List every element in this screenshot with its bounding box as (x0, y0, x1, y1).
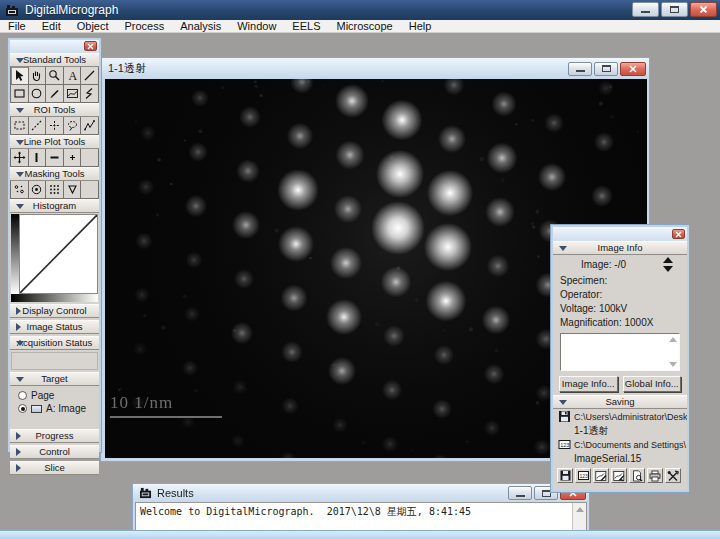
section-control[interactable]: Control (10, 445, 99, 459)
collapse-triangle-icon (16, 140, 24, 145)
pencil-icon (48, 87, 61, 100)
close-button[interactable] (690, 2, 717, 17)
ellipse-tool[interactable] (29, 85, 47, 103)
section-line-plot-tools[interactable]: Line Plot Tools (10, 135, 99, 149)
image-close-button[interactable] (620, 62, 646, 76)
global-info-button[interactable]: Global Info... (623, 376, 682, 392)
section-target[interactable]: Target (10, 372, 99, 386)
image-description-field[interactable] (560, 333, 680, 371)
setup-button[interactable] (665, 468, 681, 483)
menu-analysis[interactable]: Analysis (172, 20, 229, 33)
save-display-button[interactable] (593, 468, 609, 483)
app-icon (139, 487, 152, 499)
bandpass-mask-tool[interactable] (29, 181, 47, 199)
move-cross-icon (13, 151, 26, 164)
hand-tool[interactable] (29, 67, 47, 85)
image-info-button[interactable]: Image Info... (559, 376, 618, 392)
rectangle-tool[interactable] (11, 85, 29, 103)
save-path-row[interactable]: C:\Users\Administrator\Desk (553, 409, 687, 424)
target-option-image[interactable]: A: Image (18, 402, 99, 415)
wedge-icon (66, 183, 79, 196)
section-acquisition-status[interactable]: Acquisition Status (10, 336, 99, 350)
menu-object[interactable]: Object (69, 20, 117, 33)
section-display-control[interactable]: Display Control (10, 304, 99, 318)
roi-cross-tool[interactable] (46, 117, 64, 135)
zoom-tool[interactable] (46, 67, 64, 85)
empty-tool-slot (81, 149, 99, 167)
section-masking-tools[interactable]: Masking Tools (10, 167, 99, 181)
menu-help[interactable]: Help (401, 20, 440, 33)
pencil-tool[interactable] (46, 85, 64, 103)
wedge-mask-tool[interactable] (64, 181, 82, 199)
vertical-marker-tool[interactable] (29, 149, 47, 167)
section-histogram[interactable]: Histogram (10, 199, 99, 213)
results-titlebar[interactable]: Results (133, 484, 589, 502)
info-palette-close-button[interactable] (672, 229, 685, 239)
scroll-up-icon[interactable] (669, 337, 677, 342)
spline-tool[interactable] (64, 85, 82, 103)
tools-palette: Standard Tools A (8, 38, 101, 452)
menu-file[interactable]: File (0, 20, 34, 33)
cross-marker-icon (48, 119, 61, 132)
spot-mask-tool[interactable] (11, 181, 29, 199)
image-window-titlebar[interactable]: 1-1透射 (101, 58, 649, 79)
image-number-row: Image: -/0 (553, 255, 687, 274)
menu-eels[interactable]: EELS (284, 20, 328, 33)
pointer-tool[interactable] (11, 67, 29, 85)
section-standard-tools[interactable]: Standard Tools (10, 53, 99, 67)
print-button[interactable] (647, 468, 663, 483)
array-mask-tool[interactable] (46, 181, 64, 199)
menu-microscope[interactable]: Microscope (328, 20, 400, 33)
roi-rect-tool[interactable] (11, 117, 29, 135)
image-maximize-button[interactable] (594, 62, 618, 76)
text-tool[interactable]: A (64, 67, 82, 85)
vertical-bar-icon (30, 151, 43, 164)
scroll-down-icon[interactable] (669, 362, 677, 367)
scale-label: 10 1/nm (110, 393, 222, 413)
floppy-disk-icon (558, 410, 571, 423)
roi-polyline-tool[interactable] (81, 117, 99, 135)
plus-marker-tool[interactable] (64, 149, 82, 167)
print-preview-button[interactable] (629, 468, 645, 483)
line-plot-tools-grid (10, 149, 99, 167)
menu-process[interactable]: Process (117, 20, 173, 33)
minimize-button[interactable] (632, 2, 659, 17)
save-as-button[interactable] (611, 468, 627, 483)
minimize-icon (516, 495, 525, 497)
horizontal-marker-tool[interactable] (46, 149, 64, 167)
section-saving[interactable]: Saving (553, 395, 687, 409)
info-palette-titlebar[interactable] (553, 227, 687, 241)
svg-text:123: 123 (579, 473, 588, 479)
results-minimize-button[interactable] (508, 486, 532, 500)
histogram-plot[interactable] (19, 214, 98, 294)
save-file-2: ImageSerial.15 (553, 452, 687, 465)
image-minimize-button[interactable] (568, 62, 592, 76)
section-image-info[interactable]: Image Info (553, 241, 687, 255)
image-number-stepper[interactable] (663, 257, 673, 272)
section-image-status[interactable]: Image Status (10, 320, 99, 334)
tools-palette-titlebar[interactable] (10, 40, 99, 53)
spinner-down-icon (663, 266, 673, 272)
roi-lasso-tool[interactable] (64, 117, 82, 135)
maximize-button[interactable] (661, 2, 688, 17)
autosave-path-row[interactable]: 123 C:\Documents and Settings\ (553, 437, 687, 452)
section-slice[interactable]: Slice (10, 461, 99, 475)
target-option-page[interactable]: Page (18, 389, 99, 402)
collapse-triangle-icon (16, 307, 21, 315)
hammer-wrench-icon (667, 470, 679, 482)
roi-line-tool[interactable] (29, 117, 47, 135)
move-tool[interactable] (11, 149, 29, 167)
image-info-buttons: Image Info... Global Info... (553, 375, 687, 395)
save-numbered-button[interactable]: 123 (575, 468, 591, 483)
save-button[interactable] (557, 468, 573, 483)
menu-edit[interactable]: Edit (34, 20, 69, 33)
section-progress[interactable]: Progress (10, 429, 99, 443)
line-tool[interactable] (81, 67, 99, 85)
section-roi-tools[interactable]: ROI Tools (10, 103, 99, 117)
freehand-tool[interactable] (81, 85, 99, 103)
dashed-line-icon (30, 119, 43, 132)
menu-window[interactable]: Window (229, 20, 284, 33)
results-text: Welcome to DigitalMicrograph. 2017\12\8 … (136, 503, 586, 521)
image-thumb-icon (31, 405, 42, 413)
tools-palette-close-button[interactable] (84, 41, 97, 51)
